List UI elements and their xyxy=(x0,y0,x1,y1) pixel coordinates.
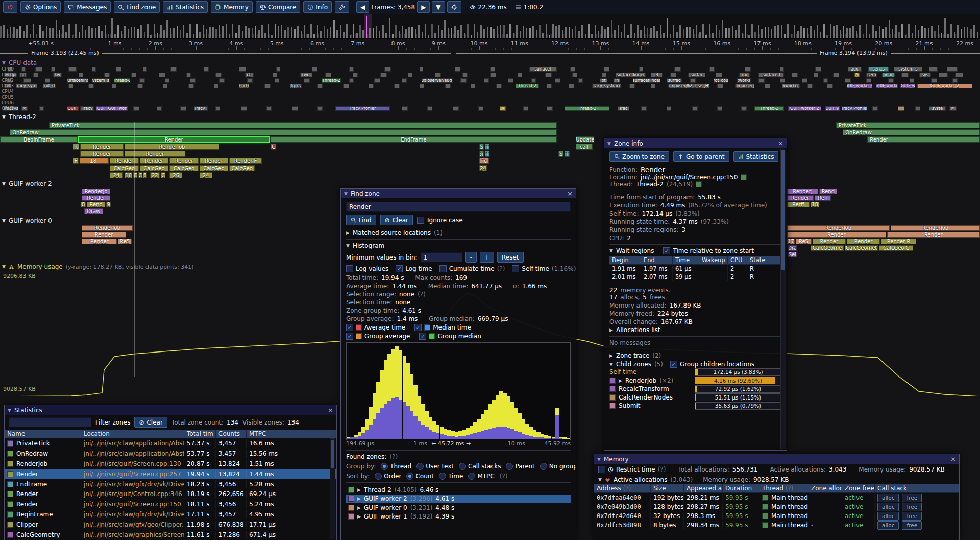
cpu-zone[interactable]: Thread-2 xyxy=(754,106,784,111)
cpu-zone[interactable] xyxy=(190,78,196,83)
cpu-zone[interactable] xyxy=(186,73,191,77)
cpu-zone[interactable] xyxy=(690,78,696,83)
cpu-zone[interactable] xyxy=(802,78,808,83)
cpu-zone[interactable] xyxy=(780,78,785,83)
cpu-zone[interactable]: A xyxy=(500,106,506,111)
cpu-zone[interactable] xyxy=(455,67,461,72)
allocation-row[interactable]: 0x7dfc42d64032 bytes298.3 ms59.95 sMain … xyxy=(594,511,959,521)
filter-zones-input[interactable] xyxy=(9,417,91,427)
power-button[interactable] xyxy=(3,1,17,13)
cpu-zone[interactable] xyxy=(484,78,489,83)
radio-button[interactable] xyxy=(416,463,424,470)
column-header[interactable]: Duration xyxy=(723,484,760,493)
table-row[interactable]: Renderjni/../jni/src/guif/Control.cpp:34… xyxy=(5,489,336,499)
timeline-zone[interactable]: RenderJob xyxy=(787,225,890,231)
cpu-zone[interactable] xyxy=(578,78,583,83)
timeline-zone[interactable]: Rend xyxy=(819,189,837,194)
column-header[interactable]: Counts xyxy=(216,430,247,438)
checkbox[interactable] xyxy=(346,265,353,272)
cpu-zone[interactable] xyxy=(163,84,168,88)
timeline-zone[interactable]: RenderJob xyxy=(891,225,980,231)
cpu-zone[interactable] xyxy=(952,78,958,83)
close-icon[interactable]: × xyxy=(778,140,783,147)
zone-info-titlebar[interactable]: ▼ Zone info × xyxy=(604,138,787,148)
cpu-zone[interactable] xyxy=(547,106,553,111)
cpu-zone[interactable] xyxy=(133,106,139,111)
timeline-zone[interactable]: RenderJob xyxy=(125,144,219,150)
cpu-zone[interactable] xyxy=(572,73,577,77)
cpu-zone[interactable] xyxy=(508,78,514,83)
cpu-zone[interactable]: GUIF w xyxy=(825,106,840,111)
cpu-zone[interactable] xyxy=(68,67,76,72)
table-row[interactable]: Renderjni/../jni/src/guif/Screen.cpp:257… xyxy=(5,469,336,479)
timeline-zone[interactable]: 22 xyxy=(150,172,160,178)
checkbox[interactable]: ✓ xyxy=(396,265,403,272)
increase-bin-button[interactable]: + xyxy=(480,252,494,263)
cpu-zone[interactable] xyxy=(266,106,272,111)
found-zone-group-row[interactable]: ▶GUIF worker 0(3,231)4.48 s xyxy=(346,503,571,512)
cpu-zone[interactable] xyxy=(21,67,26,72)
time-relative-option[interactable]: ✓Time relative to zone start xyxy=(663,247,754,254)
cpu-zone[interactable] xyxy=(79,73,84,77)
found-zone-group-row[interactable]: ▶GUIF worker 1(3,192)4.39 s xyxy=(346,512,571,522)
cpu-zone[interactable] xyxy=(165,78,170,83)
cpu-zone[interactable] xyxy=(349,67,354,72)
cpu-zone[interactable]: Thread-2 xyxy=(322,78,341,83)
frame-overview-strip[interactable] xyxy=(0,14,980,38)
cpu-zone[interactable]: surfaceflinger xyxy=(633,78,660,83)
cpu-zone[interactable]: Thread-2 xyxy=(516,84,539,88)
zone-trace-node[interactable]: ▶Zone trace(2) xyxy=(609,352,781,359)
cpu-zone[interactable] xyxy=(555,78,561,83)
next-frame-button[interactable]: ▶ xyxy=(417,1,430,13)
radio-option[interactable]: MTPC xyxy=(468,473,494,480)
column-header[interactable]: Thread (?) xyxy=(760,484,808,493)
timeline-zone[interactable]: 8 xyxy=(143,172,147,178)
cpu-zone[interactable] xyxy=(888,78,894,83)
cpu-zone[interactable] xyxy=(692,106,698,111)
cpu-zone[interactable] xyxy=(384,67,391,72)
timeline-zone[interactable]: Dra xyxy=(788,245,797,251)
radio-option[interactable]: Time xyxy=(439,473,463,480)
column-header[interactable]: Name xyxy=(5,430,81,438)
cpu-zone[interactable] xyxy=(39,106,44,111)
matched-locations-node[interactable]: ▶Matched source locations(1) xyxy=(346,229,571,237)
radio-option[interactable]: Count xyxy=(406,473,434,480)
radio-button[interactable] xyxy=(459,463,466,470)
cpu-zone[interactable] xyxy=(667,106,672,111)
compare-button[interactable]: Compare xyxy=(256,1,300,13)
cpu-zone[interactable] xyxy=(670,73,676,77)
time-relative-checkbox[interactable]: ✓ xyxy=(663,247,670,254)
cpu-zone[interactable] xyxy=(471,84,476,88)
call-stack-chip[interactable]: alloc xyxy=(877,494,899,502)
cpu-zone[interactable] xyxy=(709,67,715,72)
timeline-zone[interactable]: Render xyxy=(169,158,199,164)
timeline-zone[interactable]: 9 xyxy=(106,202,111,207)
timeline-zone[interactable]: Render xyxy=(80,151,123,157)
cpu-zone[interactable] xyxy=(137,84,143,88)
cpu-zone[interactable] xyxy=(780,67,784,72)
radio-button[interactable] xyxy=(375,473,382,480)
cpu-zone[interactable] xyxy=(51,67,55,72)
timeline-zone[interactable]: 18. xyxy=(80,158,109,164)
cpu-zone[interactable] xyxy=(116,67,122,72)
cpu-zone[interactable]: se xyxy=(19,73,26,77)
cpu-zone[interactable] xyxy=(651,84,656,88)
cpu-zone[interactable] xyxy=(68,84,74,88)
cpu-zone[interactable] xyxy=(523,106,528,111)
timeline-zone[interactable]: CalcGeome xyxy=(811,245,844,251)
options-button[interactable]: Options xyxy=(20,1,61,13)
cpu-zone[interactable] xyxy=(910,78,915,83)
cpu-zone[interactable] xyxy=(273,73,278,77)
child-zones-node[interactable]: ▼Child zones(5)✓Group children locations xyxy=(609,361,781,368)
timeline-zone[interactable]: C xyxy=(271,144,277,150)
table-row[interactable]: OnRedrawjni/../jni/src/claw/application/… xyxy=(5,449,336,459)
cpu-zone[interactable] xyxy=(570,67,575,72)
cpu-zone[interactable]: M xyxy=(21,106,28,111)
restrict-time-option[interactable]: Restrict time(?) xyxy=(598,466,666,473)
cpu-zone[interactable] xyxy=(394,84,400,88)
cpu-zone[interactable] xyxy=(833,73,839,77)
cpu-zone[interactable]: GUIF GUIF wor xyxy=(96,106,127,111)
timeline-zone[interactable]: Tc xyxy=(479,158,489,164)
histogram-option[interactable]: Log values xyxy=(346,265,388,272)
timeline-zone[interactable]: Draw xyxy=(84,208,103,214)
